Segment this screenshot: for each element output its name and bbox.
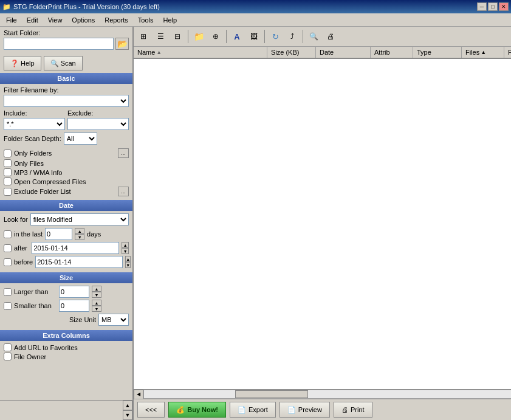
before-date-spin-down[interactable]: ▼: [125, 262, 131, 268]
open-compressed-checkbox[interactable]: [4, 177, 12, 185]
help-button[interactable]: ❓ Help: [4, 56, 41, 71]
list-icon: ☰: [157, 32, 164, 41]
toolbar-refresh-button[interactable]: ↻: [267, 29, 283, 44]
toolbar-sep-2: [226, 30, 227, 43]
toolbar-export-button[interactable]: ⤴: [284, 29, 300, 44]
larger-spin-up[interactable]: ▲: [92, 286, 101, 292]
larger-than-input[interactable]: [59, 286, 89, 298]
col-header-files[interactable]: Files ▲: [462, 47, 504, 58]
right-toolbar: ⊞ ☰ ⊟ 📁 ⊕ A �: [134, 27, 511, 47]
include-label: Include:: [4, 109, 65, 117]
menu-view[interactable]: View: [43, 15, 67, 25]
add-url-checkbox[interactable]: [4, 343, 12, 351]
after-date-spin-down[interactable]: ▼: [122, 248, 129, 254]
col-header-folder[interactable]: Folder: [504, 47, 511, 58]
minimize-button[interactable]: ─: [477, 2, 487, 11]
in-last-spin-up[interactable]: ▲: [75, 228, 84, 234]
export-button[interactable]: 📄 Export: [230, 402, 276, 418]
toolbar-grid-button[interactable]: ⊞: [135, 29, 151, 44]
exclude-folder-list-checkbox[interactable]: [4, 188, 12, 196]
extra-columns-content: Add URL to Favorites File Owner: [0, 341, 132, 364]
toolbar-print-button[interactable]: 🖨: [323, 29, 338, 44]
smaller-than-checkbox[interactable]: [4, 302, 12, 310]
hscroll-thumb[interactable]: [235, 390, 308, 398]
in-last-checkbox[interactable]: [4, 230, 12, 238]
mp3-wma-checkbox[interactable]: [4, 168, 12, 176]
mp3-wma-label: MP3 / WMA Info: [14, 169, 129, 176]
only-folders-checkbox[interactable]: [4, 150, 12, 157]
preview-button[interactable]: 📄 Preview: [280, 402, 330, 418]
scan-button[interactable]: 🔍 Scan: [44, 56, 83, 71]
larger-than-checkbox[interactable]: [4, 288, 12, 296]
bottom-bar: <<< 💰 Buy Now! 📄 Export 📄 Preview 🖨 Prin…: [134, 399, 511, 420]
depth-label: Folder Scan Depth:: [4, 135, 61, 142]
include-dropdown[interactable]: *.*: [4, 118, 65, 130]
in-last-input[interactable]: [45, 228, 72, 240]
left-scroll-down[interactable]: ▼: [123, 410, 132, 420]
toolbar-table-button[interactable]: ⊟: [170, 29, 185, 44]
col-name-label: Name: [137, 49, 155, 56]
smaller-spinner: ▲ ▼: [92, 300, 101, 312]
size-unit-dropdown[interactable]: KB MB GB: [98, 314, 129, 326]
menu-options[interactable]: Options: [67, 15, 100, 25]
look-for-dropdown[interactable]: files Modified files Created files Acces…: [30, 213, 129, 225]
menu-help[interactable]: Help: [159, 15, 182, 25]
col-header-size[interactable]: Size (KB): [267, 47, 316, 58]
smaller-spin-down[interactable]: ▼: [92, 306, 101, 312]
extra-columns-header: Extra Columns: [0, 330, 132, 341]
toolbar-find-button[interactable]: 🔍: [306, 29, 321, 44]
col-header-attrib[interactable]: Attrib: [371, 47, 413, 58]
filter-filename-label: Filter Filename by:: [4, 86, 129, 94]
titlebar-controls: ─ □ ✕: [477, 2, 509, 11]
before-label: before: [14, 258, 33, 266]
before-date-spin-up[interactable]: ▲: [125, 256, 131, 262]
col-header-type[interactable]: Type: [413, 47, 462, 58]
close-button[interactable]: ✕: [499, 2, 509, 11]
col-header-name[interactable]: Name ▲: [134, 47, 267, 58]
toolbar-image-button[interactable]: 🖼: [246, 29, 262, 44]
col-name-sort-icon: ▲: [156, 49, 162, 55]
buy-button[interactable]: 💰 Buy Now!: [168, 402, 226, 418]
larger-spin-down[interactable]: ▼: [92, 292, 101, 298]
titlebar-text: STG FolderPrint Plus - Trial Version (30…: [13, 3, 160, 10]
maximize-button[interactable]: □: [488, 2, 498, 11]
toolbar-expand-button[interactable]: ⊕: [208, 29, 224, 44]
column-headers: Name ▲ Size (KB) Date Attrib Type: [134, 47, 511, 59]
toolbar-sep-4: [303, 30, 303, 43]
prev-button[interactable]: <<<: [137, 402, 165, 418]
col-header-date[interactable]: Date: [316, 47, 371, 58]
file-owner-checkbox[interactable]: [4, 353, 12, 360]
before-date-input[interactable]: [35, 256, 123, 268]
in-last-spin-down[interactable]: ▼: [75, 234, 84, 240]
smaller-than-input[interactable]: [59, 300, 89, 312]
exclude-dropdown[interactable]: [67, 118, 129, 130]
start-folder-input[interactable]: [4, 38, 114, 50]
browse-button[interactable]: 📂: [115, 38, 129, 50]
hscroll-left-button[interactable]: ◀: [134, 390, 143, 399]
menu-reports[interactable]: Reports: [100, 15, 133, 25]
after-date-spin-up[interactable]: ▲: [122, 242, 129, 248]
print-button[interactable]: 🖨 Print: [334, 402, 372, 418]
menu-edit[interactable]: Edit: [22, 15, 43, 25]
only-files-checkbox[interactable]: [4, 159, 12, 167]
filter-filename-dropdown[interactable]: [4, 95, 129, 107]
toolbar-list-button[interactable]: ☰: [153, 29, 168, 44]
menu-file[interactable]: File: [1, 15, 22, 25]
exclude-folder-list-dots[interactable]: ...: [118, 187, 129, 196]
before-checkbox[interactable]: [4, 258, 12, 266]
hscroll-track[interactable]: [143, 390, 511, 399]
after-checkbox[interactable]: [4, 244, 12, 252]
after-date-input[interactable]: [32, 242, 119, 254]
toolbar-sep-1: [188, 30, 188, 43]
action-buttons: ❓ Help 🔍 Scan: [0, 55, 132, 73]
toolbar-folder-button[interactable]: 📁: [191, 29, 207, 44]
only-files-label: Only Files: [14, 160, 129, 167]
only-folders-dots[interactable]: ...: [118, 148, 129, 158]
depth-dropdown[interactable]: All 123: [64, 133, 97, 145]
only-folders-label: Only Folders: [14, 150, 115, 157]
toolbar-font-button[interactable]: A: [229, 29, 245, 44]
left-scroll-up[interactable]: ▲: [123, 401, 132, 410]
menu-tools[interactable]: Tools: [133, 15, 159, 25]
smaller-spin-up[interactable]: ▲: [92, 300, 101, 306]
col-files-sort-icon: ▲: [481, 49, 486, 55]
